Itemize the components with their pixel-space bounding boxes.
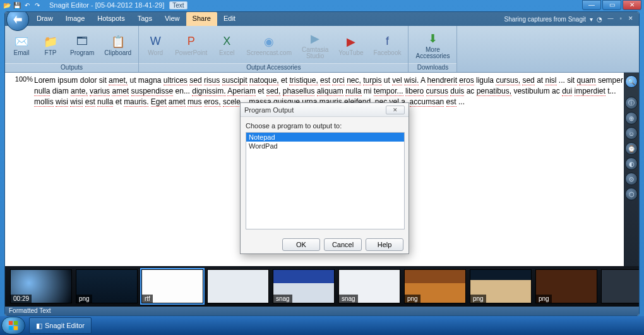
svg-rect-1 xyxy=(14,321,18,325)
clipboard-icon: 📋 xyxy=(110,34,126,50)
help-dropdown-icon[interactable]: ▾ xyxy=(590,16,593,23)
excel-button[interactable]: XExcel xyxy=(213,32,241,58)
word-button[interactable]: WWord xyxy=(141,32,169,58)
tray-thumbnail[interactable]: snag xyxy=(338,269,400,303)
side-tool-8[interactable]: ⬡ xyxy=(625,188,638,200)
capture-tray: 00:29pngrtfsnagsnagpngpngpng xyxy=(5,266,639,307)
svg-rect-2 xyxy=(9,326,13,330)
close-button[interactable]: ✕ xyxy=(623,0,641,10)
tray-thumbnail[interactable]: png xyxy=(76,269,138,303)
dialog-title: Program Output xyxy=(244,106,294,114)
help-button[interactable]: Help xyxy=(366,238,403,251)
side-tool-3[interactable]: ⊕ xyxy=(625,112,638,125)
screencast-button[interactable]: ◉Screencast.com xyxy=(242,32,296,58)
email-button[interactable]: ✉️Email xyxy=(8,32,35,58)
program-list-item[interactable]: WordPad xyxy=(246,142,404,150)
ok-button[interactable]: OK xyxy=(282,238,320,251)
help-link[interactable]: Sharing captures from Snagit xyxy=(504,16,586,23)
tray-thumbnail[interactable]: rtf xyxy=(141,269,203,303)
program-icon: 🗔 xyxy=(74,34,90,50)
menu-share[interactable]: Share xyxy=(186,12,217,26)
taskbar-app-button[interactable]: ◧ Snagit Editor xyxy=(29,317,92,334)
excel-icon: X xyxy=(218,34,235,50)
camtasia-icon: ▶ xyxy=(307,30,323,47)
ribbon-group-label: Downloads xyxy=(408,63,456,72)
tray-thumbnail[interactable]: png xyxy=(404,269,466,303)
tray-thumbnail[interactable] xyxy=(207,269,269,303)
clipboard-button[interactable]: 📋Clipboard xyxy=(100,32,136,58)
svg-rect-3 xyxy=(14,326,18,330)
undo-icon[interactable]: ↶ xyxy=(23,1,32,9)
help-icon[interactable]: ◔ xyxy=(597,16,602,23)
start-button[interactable] xyxy=(1,317,25,334)
program-list[interactable]: NotepadWordPad xyxy=(246,132,405,229)
more-accessories-button[interactable]: ⬇MoreAccessories xyxy=(411,28,454,61)
camtasia-button[interactable]: ▶CamtasiaStudio xyxy=(297,28,333,61)
tray-thumbnail[interactable]: snag xyxy=(273,269,335,303)
menu-bar: DrawImageHotspotsTagsViewShareEdit Shari… xyxy=(5,12,639,26)
powerpoint-button[interactable]: PPowerPoint xyxy=(170,32,212,58)
program-button[interactable]: 🗔Program xyxy=(66,32,98,58)
youtube-icon: ▶ xyxy=(343,34,359,50)
mdi-minimize[interactable]: — xyxy=(606,15,615,23)
email-icon: ✉️ xyxy=(13,34,30,50)
app-icon: ◧ xyxy=(36,322,42,330)
youtube-button[interactable]: ▶YouTube xyxy=(334,32,367,58)
ftp-icon: 📁 xyxy=(42,34,59,50)
tray-thumbnail[interactable]: 00:29 xyxy=(10,269,72,303)
word-icon: W xyxy=(147,34,164,50)
folder-icon[interactable]: 📂 xyxy=(3,1,11,9)
menu-view[interactable]: View xyxy=(158,12,186,26)
tray-thumbnail[interactable]: png xyxy=(470,269,532,303)
menu-tags[interactable]: Tags xyxy=(131,12,158,26)
menu-draw[interactable]: Draw xyxy=(30,12,59,26)
window-title: Snagit Editor - [05-04-2012 18-41-29] xyxy=(49,1,164,9)
side-tool-6[interactable]: ◐ xyxy=(625,157,638,170)
document-type-badge: Text xyxy=(169,1,187,9)
mdi-restore[interactable]: ▫ xyxy=(616,15,625,23)
side-tool-1 xyxy=(625,90,638,94)
cancel-button[interactable]: Cancel xyxy=(324,238,362,251)
mdi-close[interactable]: ✕ xyxy=(626,15,635,23)
dialog-prompt: Choose a program to output to: xyxy=(246,122,403,130)
side-toolstrip: 🔍ⓘ⊕☺⌚◐⊙⬡ xyxy=(624,73,639,266)
program-output-dialog: Program Output ✕ Choose a program to out… xyxy=(240,102,409,254)
screencast-icon: ◉ xyxy=(261,34,277,50)
ribbon-group-label: Outputs xyxy=(5,63,138,72)
svg-rect-0 xyxy=(9,321,13,325)
program-list-item[interactable]: Notepad xyxy=(246,133,404,142)
side-tool-5[interactable]: ⌚ xyxy=(625,142,638,155)
maximize-button[interactable]: ▭ xyxy=(602,0,621,10)
facebook-icon: f xyxy=(379,34,396,50)
menu-image[interactable]: Image xyxy=(59,12,92,26)
tray-thumbnail[interactable] xyxy=(601,269,639,303)
status-bar: Formatted Text xyxy=(5,307,639,315)
menu-hotspots[interactable]: Hotspots xyxy=(91,12,131,26)
zoom-level: 100% xyxy=(5,73,34,266)
save-icon[interactable]: 💾 xyxy=(13,1,21,9)
powerpoint-icon: P xyxy=(183,34,200,50)
ribbon-group-label: Output Accessories xyxy=(139,63,408,72)
ribbon: ✉️Email📁FTP🗔Program📋ClipboardOutputsWWor… xyxy=(5,26,639,73)
minimize-button[interactable]: — xyxy=(582,0,601,10)
dialog-close-button[interactable]: ✕ xyxy=(386,106,405,114)
facebook-button[interactable]: fFacebook xyxy=(369,32,406,58)
tray-thumbnail[interactable]: png xyxy=(535,269,597,303)
menu-edit[interactable]: Edit xyxy=(217,12,242,26)
side-tool-2[interactable]: ⓘ xyxy=(625,97,638,109)
side-tool-4[interactable]: ☺ xyxy=(625,127,638,140)
more-accessories-icon: ⬇ xyxy=(424,30,441,47)
side-tool-7[interactable]: ⊙ xyxy=(625,173,638,185)
side-tool-0[interactable]: 🔍 xyxy=(625,75,638,88)
redo-icon[interactable]: ↷ xyxy=(33,1,42,9)
ftp-button[interactable]: 📁FTP xyxy=(37,32,64,58)
